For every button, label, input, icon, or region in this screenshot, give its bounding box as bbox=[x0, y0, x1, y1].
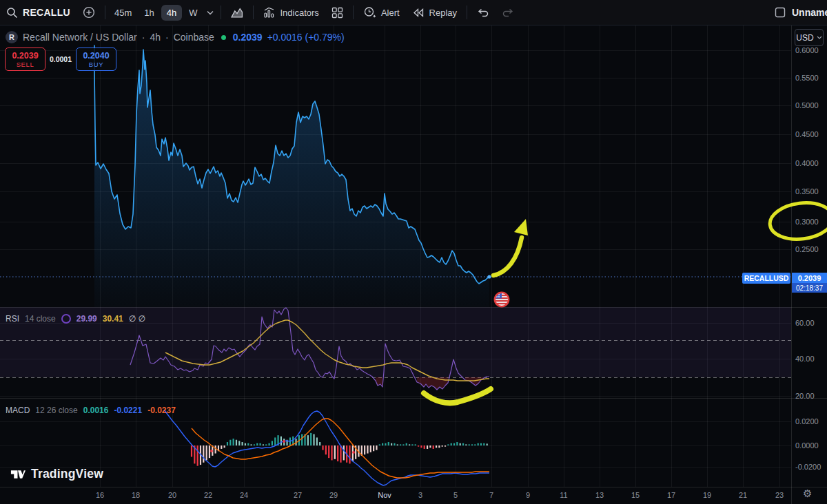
buy-price: 0.2040 bbox=[83, 51, 109, 61]
currency-selector[interactable]: USD bbox=[795, 29, 824, 46]
undo-button[interactable] bbox=[471, 2, 496, 23]
replay-label: Replay bbox=[429, 8, 457, 18]
price-axis-tick: 0.3500 bbox=[795, 187, 819, 196]
time-axis-tick: 24 bbox=[233, 491, 255, 499]
price-axis-tick: 0.2500 bbox=[795, 245, 819, 253]
symbol-legend[interactable]: R Recall Network / US Dollar · 4h · Coin… bbox=[6, 31, 345, 43]
search-icon bbox=[6, 7, 18, 19]
alert-clock-icon bbox=[363, 6, 376, 19]
price-axis-tick: 0.4500 bbox=[795, 130, 819, 138]
price-axis-tick: 0.4000 bbox=[795, 159, 819, 167]
layout-grid-button[interactable] bbox=[325, 2, 349, 23]
buy-button[interactable]: 0.2040 BUY bbox=[76, 48, 116, 71]
compare-add-button[interactable] bbox=[76, 2, 101, 23]
time-axis-tick: 7 bbox=[480, 491, 502, 499]
chart-canvas[interactable] bbox=[0, 0, 827, 504]
macd-name: MACD bbox=[6, 406, 30, 415]
time-axis-tick: 3 bbox=[409, 491, 431, 499]
time-axis-tick: Nov bbox=[374, 491, 396, 499]
toolbar-divider bbox=[467, 6, 467, 19]
chart-style-button[interactable] bbox=[225, 2, 249, 23]
spread-value: 0.0001 bbox=[45, 53, 76, 65]
timeframe-W[interactable]: W bbox=[183, 5, 203, 21]
macd-axis-tick: -0.0200 bbox=[795, 463, 821, 471]
tradingview-logo[interactable]: TradingView bbox=[10, 467, 103, 481]
annotation-arrow[interactable] bbox=[493, 219, 528, 275]
rsi-ma-value: 30.41 bbox=[103, 314, 123, 324]
redo-arrow-icon bbox=[502, 8, 514, 18]
chevron-down-icon bbox=[817, 36, 822, 39]
sell-button[interactable]: 0.2039 SELL bbox=[5, 48, 45, 71]
time-axis-tick: 29 bbox=[323, 491, 345, 499]
timeframe-group: 45m1h4hW bbox=[109, 5, 203, 21]
symbol-exchange: Coinbase bbox=[174, 32, 214, 43]
symbol-logo: R bbox=[6, 31, 18, 43]
save-layout-button[interactable]: Unnamed bbox=[775, 0, 827, 25]
undo-arrow-icon bbox=[477, 8, 489, 18]
area-chart-icon bbox=[231, 7, 243, 18]
time-axis-tick: 17 bbox=[660, 491, 682, 499]
indicators-icon bbox=[263, 7, 276, 19]
time-axis-tick: 23 bbox=[768, 491, 790, 499]
buy-label: BUY bbox=[89, 61, 103, 68]
time-axis-tick: 5 bbox=[445, 491, 467, 499]
price-change: +0.0016 (+0.79%) bbox=[267, 32, 345, 43]
time-axis-tick: 11 bbox=[553, 491, 575, 499]
settings-gear-icon[interactable]: ⚙ bbox=[803, 487, 812, 500]
last-price-symbol-tag: RECALLUSD bbox=[742, 273, 790, 284]
layout-name: Unnamed bbox=[792, 7, 827, 18]
toolbar-divider bbox=[105, 6, 105, 19]
time-axis-tick: 15 bbox=[624, 491, 646, 499]
timeframe-45m[interactable]: 45m bbox=[109, 5, 137, 21]
separator-dot: · bbox=[165, 32, 169, 43]
macd-axis-tick: 0.0000 bbox=[795, 441, 819, 450]
indicators-button[interactable]: Indicators bbox=[257, 2, 325, 23]
price-axis-tick: 0.5000 bbox=[795, 101, 819, 109]
toolbar-divider bbox=[253, 6, 254, 19]
event-flag-icon[interactable] bbox=[495, 293, 509, 306]
rsi-axis-tick: 40.00 bbox=[795, 355, 815, 363]
plus-circle-icon bbox=[83, 6, 95, 19]
top-toolbar: RECALLU 45m1h4hW Indicators Alert Replay… bbox=[0, 0, 827, 25]
price-series bbox=[0, 45, 791, 307]
currency-label: USD bbox=[796, 33, 813, 43]
last-price-tag: 0.2039 bbox=[792, 273, 827, 283]
alert-button[interactable]: Alert bbox=[357, 2, 406, 23]
time-axis-tick: 13 bbox=[589, 491, 611, 499]
tradingview-logo-text: TradingView bbox=[31, 467, 103, 481]
redo-button[interactable] bbox=[496, 2, 520, 23]
macd-legend[interactable]: MACD 12 26 close 0.0016 -0.0221 -0.0237 bbox=[6, 406, 176, 415]
rsi-loader-icon bbox=[61, 314, 71, 324]
toolbar-divider bbox=[353, 6, 354, 19]
macd-line-value: -0.0221 bbox=[114, 406, 142, 415]
timeframe-menu-button[interactable] bbox=[203, 2, 217, 23]
chevron-down-icon bbox=[207, 10, 214, 15]
macd-params: 12 26 close bbox=[35, 406, 77, 415]
rsi-value: 29.99 bbox=[76, 314, 97, 324]
timeframe-4h[interactable]: 4h bbox=[161, 5, 182, 21]
price-axis-tick: 0.6000 bbox=[795, 46, 819, 54]
rsi-axis-tick: 60.00 bbox=[795, 319, 815, 327]
toolbar-divider bbox=[221, 6, 221, 19]
rsi-empty-values: ∅ ∅ bbox=[129, 314, 145, 324]
symbol-search-button[interactable]: RECALLU bbox=[0, 2, 76, 23]
last-price: 0.2039 bbox=[233, 32, 263, 43]
symbol-title: Recall Network / US Dollar bbox=[23, 32, 137, 43]
alert-label: Alert bbox=[381, 8, 400, 18]
rsi-legend[interactable]: RSI 14 close 29.99 30.41 ∅ ∅ bbox=[6, 314, 145, 324]
time-axis-tick: 16 bbox=[89, 491, 111, 499]
time-axis-tick: 27 bbox=[287, 491, 309, 499]
symbol-interval: 4h bbox=[150, 32, 161, 43]
time-axis-tick: 22 bbox=[197, 491, 219, 499]
time-axis-tick: 9 bbox=[517, 491, 539, 499]
separator-dot: · bbox=[142, 32, 145, 43]
sell-price: 0.2039 bbox=[12, 51, 38, 61]
replay-button[interactable]: Replay bbox=[406, 2, 463, 23]
price-axis-tick: 0.5500 bbox=[795, 74, 819, 82]
grid-layout-icon bbox=[331, 7, 343, 19]
rsi-params: 14 close bbox=[25, 314, 56, 324]
price-axis-tick: 0.3000 bbox=[795, 218, 819, 226]
macd-hist-value: 0.0016 bbox=[83, 406, 109, 415]
order-panel: 0.2039 SELL 0.0001 0.2040 BUY bbox=[5, 48, 116, 71]
timeframe-1h[interactable]: 1h bbox=[139, 5, 159, 21]
